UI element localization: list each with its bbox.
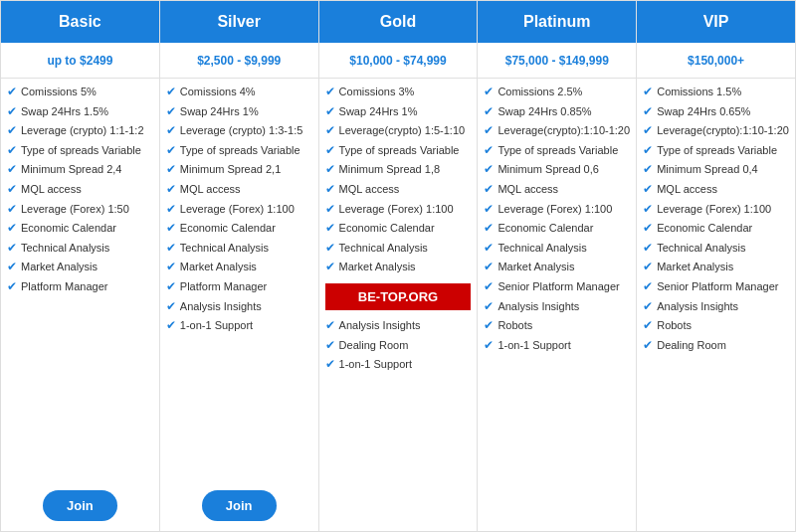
feature-label: MQL access (180, 182, 241, 196)
platinum-header: Platinum (478, 1, 636, 43)
check-icon: ✔ (643, 260, 653, 275)
feature-item: ✔Minimum Spread 0,4 (643, 162, 789, 178)
feature-label: Swap 24Hrs 1% (339, 104, 418, 118)
check-icon: ✔ (484, 241, 494, 257)
feature-label: Robots (657, 318, 692, 332)
feature-label: 1-on-1 Support (498, 338, 570, 352)
check-icon: ✔ (484, 143, 494, 159)
feature-item: ✔Swap 24Hrs 1% (325, 104, 472, 120)
feature-item: ✔Leverage (Forex) 1:50 (7, 202, 153, 218)
watermark-badge: BE-TOP.ORG (325, 283, 472, 310)
feature-item: ✔Minimum Spread 2,1 (166, 162, 312, 178)
feature-label: Comissions 1.5% (657, 85, 741, 98)
feature-item: ✔Type of spreads Variable (7, 143, 153, 159)
feature-label: Senior Platform Manager (657, 279, 778, 293)
check-icon: ✔ (643, 318, 653, 334)
feature-item: ✔MQL access (643, 182, 789, 198)
feature-item: ✔MQL access (325, 182, 472, 198)
platinum-price: $75,000 - $149,999 (478, 43, 636, 79)
feature-item: ✔Economic Calendar (166, 221, 312, 237)
feature-item: ✔Leverage(crypto):1:10-1:20 (643, 123, 789, 139)
check-icon: ✔ (484, 299, 494, 315)
vip-footer (637, 481, 795, 531)
feature-label: Swap 24Hrs 0.65% (657, 104, 750, 118)
feature-item: ✔1-on-1 Support (325, 357, 472, 373)
feature-label: Market Analysis (180, 260, 257, 273)
feature-label: Swap 24Hrs 1% (180, 104, 259, 118)
feature-item: ✔Swap 24Hrs 0.85% (484, 104, 630, 120)
feature-label: MQL access (657, 182, 717, 196)
check-icon: ✔ (643, 279, 653, 295)
feature-label: Leverage (crypto) 1:1-1:2 (21, 123, 144, 137)
feature-label: Economic Calendar (21, 221, 116, 235)
check-icon: ✔ (484, 221, 494, 237)
feature-label: Comissions 4% (180, 85, 256, 98)
feature-item: ✔Analysis Insights (643, 299, 789, 315)
feature-label: Type of spreads Variable (657, 143, 777, 157)
feature-item: ✔Analysis Insights (166, 299, 312, 315)
check-icon: ✔ (643, 85, 653, 100)
check-icon: ✔ (166, 318, 176, 334)
check-icon: ✔ (643, 338, 653, 354)
check-icon: ✔ (7, 241, 17, 257)
feature-item: ✔Comissions 5% (7, 85, 153, 100)
feature-label: Market Analysis (657, 260, 733, 273)
feature-label: Leverage (Forex) 1:100 (339, 202, 454, 216)
check-icon: ✔ (166, 202, 176, 218)
feature-label: Technical Analysis (21, 241, 109, 255)
feature-item: ✔Technical Analysis (7, 241, 153, 257)
check-icon: ✔ (643, 162, 653, 178)
check-icon: ✔ (325, 182, 335, 198)
check-icon: ✔ (166, 279, 176, 295)
feature-item: ✔Technical Analysis (166, 241, 312, 257)
feature-label: Analysis Insights (498, 299, 579, 313)
feature-item: ✔Economic Calendar (325, 221, 472, 237)
check-icon: ✔ (643, 143, 653, 159)
basic-header: Basic (1, 1, 159, 43)
feature-item: ✔MQL access (166, 182, 312, 198)
col-gold: Gold$10,000 - $74,999✔Comissions 3%✔Swap… (319, 1, 479, 531)
check-icon: ✔ (7, 221, 17, 237)
feature-item: ✔Market Analysis (484, 260, 630, 275)
check-icon: ✔ (325, 357, 335, 373)
silver-join-button[interactable]: Join (202, 490, 277, 521)
feature-item: ✔Swap 24Hrs 1% (166, 104, 312, 120)
feature-label: Minimum Spread 0,6 (498, 162, 599, 176)
feature-label: Leverage(crypto):1:10-1:20 (657, 123, 789, 137)
col-silver: Silver$2,500 - $9,999✔Comissions 4%✔Swap… (160, 1, 319, 531)
check-icon: ✔ (166, 104, 176, 120)
feature-item: ✔Leverage (Forex) 1:100 (325, 202, 472, 218)
feature-item: ✔Minimum Spread 1,8 (325, 162, 472, 178)
feature-item: ✔Leverage (crypto) 1:3-1:5 (166, 123, 312, 139)
col-vip: VIP$150,000+✔Comissions 1.5%✔Swap 24Hrs … (637, 1, 795, 531)
check-icon: ✔ (484, 260, 494, 275)
feature-label: Analysis Insights (180, 299, 262, 313)
check-icon: ✔ (643, 123, 653, 139)
feature-label: Dealing Room (657, 338, 726, 352)
platinum-features: ✔Comissions 2.5%✔Swap 24Hrs 0.85%✔Levera… (478, 79, 636, 481)
check-icon: ✔ (166, 85, 176, 100)
basic-join-button[interactable]: Join (43, 490, 117, 521)
feature-item: ✔Dealing Room (325, 338, 472, 354)
check-icon: ✔ (325, 162, 335, 178)
feature-item: ✔Comissions 3% (325, 85, 472, 100)
feature-item: ✔Minimum Spread 0,6 (484, 162, 630, 178)
feature-label: Type of spreads Variable (339, 143, 460, 157)
feature-label: Platform Manager (21, 279, 107, 293)
silver-header: Silver (160, 1, 318, 43)
check-icon: ✔ (166, 299, 176, 315)
feature-item: ✔Leverage (Forex) 1:100 (166, 202, 312, 218)
feature-label: Platform Manager (180, 279, 267, 293)
feature-label: MQL access (339, 182, 400, 196)
check-icon: ✔ (325, 318, 335, 334)
feature-item: ✔Market Analysis (166, 260, 312, 275)
silver-features: ✔Comissions 4%✔Swap 24Hrs 1%✔Leverage (c… (160, 79, 318, 480)
gold-features: ✔Comissions 3%✔Swap 24Hrs 1%✔Leverage(cr… (319, 79, 478, 481)
feature-item: ✔Swap 24Hrs 1.5% (7, 104, 153, 120)
check-icon: ✔ (643, 299, 653, 315)
feature-item: ✔MQL access (7, 182, 153, 198)
feature-label: Minimum Spread 1,8 (339, 162, 441, 176)
check-icon: ✔ (325, 260, 335, 275)
check-icon: ✔ (484, 279, 494, 295)
feature-label: Senior Platform Manager (498, 279, 619, 293)
